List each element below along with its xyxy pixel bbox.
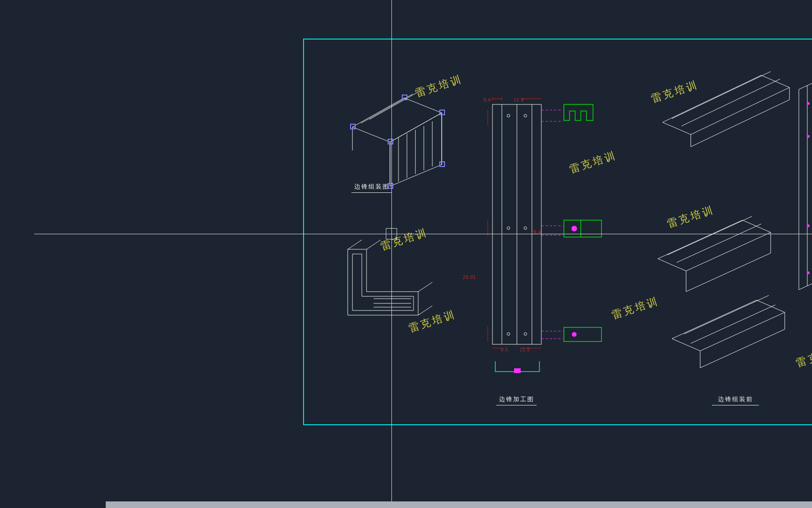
- svg-rect-13: [402, 95, 407, 100]
- svg-line-64: [677, 224, 761, 262]
- svg-point-34: [524, 333, 527, 335]
- svg-line-20: [418, 306, 432, 315]
- svg-line-19: [418, 282, 432, 292]
- taskbar-strip: [106, 501, 812, 508]
- svg-point-54: [572, 332, 577, 337]
- svg-rect-55: [514, 368, 521, 373]
- caption-text: 边锋加工图: [499, 396, 534, 403]
- svg-line-67: [684, 295, 769, 334]
- machining-drawing: [475, 99, 616, 386]
- dimension-label: 11.9: [520, 347, 530, 352]
- svg-marker-0: [352, 98, 442, 142]
- svg-point-33: [507, 333, 510, 335]
- svg-point-51: [571, 226, 577, 231]
- svg-rect-50: [564, 220, 601, 237]
- svg-point-69: [807, 102, 810, 105]
- svg-point-31: [507, 227, 510, 230]
- crosshair-vertical: [391, 0, 392, 508]
- svg-point-32: [524, 227, 527, 230]
- caption-pre-assembly: 边锋组装前: [712, 395, 759, 405]
- svg-rect-53: [564, 327, 601, 341]
- caption-machining: 边锋加工图: [496, 395, 537, 405]
- iso-assembly-drawing: [338, 94, 461, 198]
- l-section-drawing: [338, 245, 432, 325]
- exploded-iso-drawing: [644, 85, 812, 386]
- svg-point-30: [524, 114, 527, 117]
- svg-point-71: [807, 224, 810, 227]
- svg-line-10: [361, 94, 413, 123]
- cad-viewport[interactable]: 雷克培训 雷克培训 雷克培训 雷克培训 雷克培训 雷克培训 雷克培训 雷克 边锋…: [0, 0, 812, 508]
- svg-line-11: [369, 90, 421, 119]
- svg-point-72: [807, 271, 810, 274]
- cursor-pickbox: [386, 228, 397, 239]
- crosshair-horizontal: [34, 234, 812, 234]
- svg-marker-4: [390, 113, 442, 186]
- dimension-label: 8.5: [501, 347, 508, 352]
- dimension-label: 11.9: [514, 97, 523, 103]
- dimension-label: 8.4: [484, 97, 491, 103]
- svg-point-29: [507, 114, 510, 117]
- svg-rect-17: [440, 162, 445, 167]
- dimension-label: 29.01: [463, 275, 476, 280]
- caption-assembly: 边锋组装图: [351, 183, 392, 193]
- caption-text: 边锋组装前: [718, 396, 753, 403]
- svg-point-70: [807, 135, 810, 138]
- caption-text: 边锋组装图: [354, 183, 390, 190]
